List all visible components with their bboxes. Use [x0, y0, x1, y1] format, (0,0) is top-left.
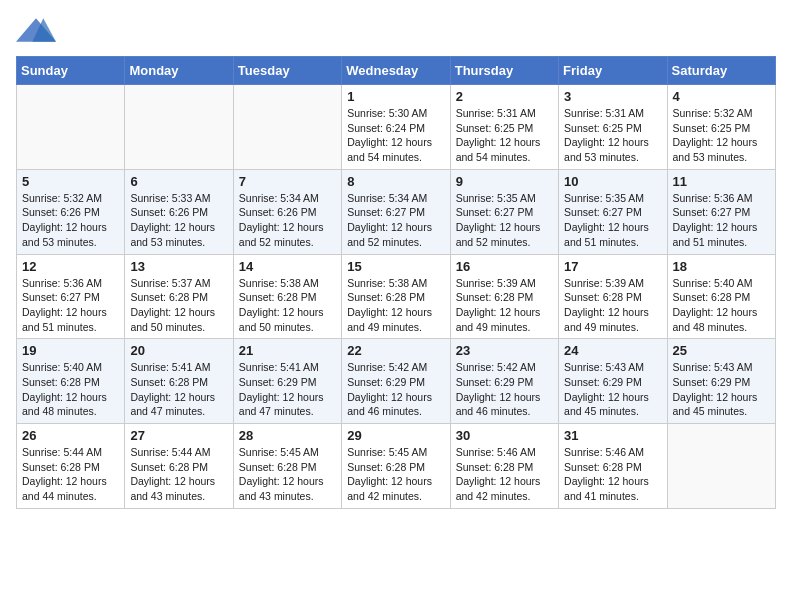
weekday-header: Wednesday: [342, 57, 450, 85]
day-number: 6: [130, 174, 227, 189]
day-number: 8: [347, 174, 444, 189]
cell-content: Sunrise: 5:34 AM Sunset: 6:27 PM Dayligh…: [347, 191, 444, 250]
cell-content: Sunrise: 5:38 AM Sunset: 6:28 PM Dayligh…: [347, 276, 444, 335]
weekday-header: Friday: [559, 57, 667, 85]
calendar-cell: [233, 85, 341, 170]
day-number: 31: [564, 428, 661, 443]
day-number: 5: [22, 174, 119, 189]
calendar-cell: 6Sunrise: 5:33 AM Sunset: 6:26 PM Daylig…: [125, 169, 233, 254]
calendar-cell: 27Sunrise: 5:44 AM Sunset: 6:28 PM Dayli…: [125, 424, 233, 509]
cell-content: Sunrise: 5:40 AM Sunset: 6:28 PM Dayligh…: [673, 276, 770, 335]
day-number: 9: [456, 174, 553, 189]
calendar-cell: 10Sunrise: 5:35 AM Sunset: 6:27 PM Dayli…: [559, 169, 667, 254]
cell-content: Sunrise: 5:31 AM Sunset: 6:25 PM Dayligh…: [456, 106, 553, 165]
day-number: 20: [130, 343, 227, 358]
cell-content: Sunrise: 5:32 AM Sunset: 6:26 PM Dayligh…: [22, 191, 119, 250]
calendar-cell: 28Sunrise: 5:45 AM Sunset: 6:28 PM Dayli…: [233, 424, 341, 509]
weekday-header: Tuesday: [233, 57, 341, 85]
cell-content: Sunrise: 5:35 AM Sunset: 6:27 PM Dayligh…: [564, 191, 661, 250]
day-number: 1: [347, 89, 444, 104]
calendar-cell: 29Sunrise: 5:45 AM Sunset: 6:28 PM Dayli…: [342, 424, 450, 509]
calendar-cell: 3Sunrise: 5:31 AM Sunset: 6:25 PM Daylig…: [559, 85, 667, 170]
cell-content: Sunrise: 5:42 AM Sunset: 6:29 PM Dayligh…: [347, 360, 444, 419]
day-number: 3: [564, 89, 661, 104]
cell-content: Sunrise: 5:36 AM Sunset: 6:27 PM Dayligh…: [22, 276, 119, 335]
cell-content: Sunrise: 5:41 AM Sunset: 6:28 PM Dayligh…: [130, 360, 227, 419]
calendar-cell: 2Sunrise: 5:31 AM Sunset: 6:25 PM Daylig…: [450, 85, 558, 170]
cell-content: Sunrise: 5:35 AM Sunset: 6:27 PM Dayligh…: [456, 191, 553, 250]
calendar-cell: 21Sunrise: 5:41 AM Sunset: 6:29 PM Dayli…: [233, 339, 341, 424]
calendar-cell: [17, 85, 125, 170]
calendar-cell: 14Sunrise: 5:38 AM Sunset: 6:28 PM Dayli…: [233, 254, 341, 339]
logo-icon: [16, 16, 56, 44]
calendar-cell: 8Sunrise: 5:34 AM Sunset: 6:27 PM Daylig…: [342, 169, 450, 254]
weekday-header: Thursday: [450, 57, 558, 85]
day-number: 4: [673, 89, 770, 104]
cell-content: Sunrise: 5:30 AM Sunset: 6:24 PM Dayligh…: [347, 106, 444, 165]
cell-content: Sunrise: 5:41 AM Sunset: 6:29 PM Dayligh…: [239, 360, 336, 419]
cell-content: Sunrise: 5:45 AM Sunset: 6:28 PM Dayligh…: [347, 445, 444, 504]
day-number: 24: [564, 343, 661, 358]
calendar-week-row: 26Sunrise: 5:44 AM Sunset: 6:28 PM Dayli…: [17, 424, 776, 509]
cell-content: Sunrise: 5:45 AM Sunset: 6:28 PM Dayligh…: [239, 445, 336, 504]
calendar-cell: 4Sunrise: 5:32 AM Sunset: 6:25 PM Daylig…: [667, 85, 775, 170]
calendar-week-row: 5Sunrise: 5:32 AM Sunset: 6:26 PM Daylig…: [17, 169, 776, 254]
cell-content: Sunrise: 5:34 AM Sunset: 6:26 PM Dayligh…: [239, 191, 336, 250]
calendar-cell: [125, 85, 233, 170]
cell-content: Sunrise: 5:38 AM Sunset: 6:28 PM Dayligh…: [239, 276, 336, 335]
day-number: 16: [456, 259, 553, 274]
weekday-header: Saturday: [667, 57, 775, 85]
weekday-header: Monday: [125, 57, 233, 85]
page-header: [16, 16, 776, 44]
cell-content: Sunrise: 5:37 AM Sunset: 6:28 PM Dayligh…: [130, 276, 227, 335]
calendar-header-row: SundayMondayTuesdayWednesdayThursdayFrid…: [17, 57, 776, 85]
day-number: 23: [456, 343, 553, 358]
cell-content: Sunrise: 5:44 AM Sunset: 6:28 PM Dayligh…: [22, 445, 119, 504]
calendar-cell: 20Sunrise: 5:41 AM Sunset: 6:28 PM Dayli…: [125, 339, 233, 424]
day-number: 29: [347, 428, 444, 443]
day-number: 19: [22, 343, 119, 358]
day-number: 14: [239, 259, 336, 274]
day-number: 13: [130, 259, 227, 274]
day-number: 30: [456, 428, 553, 443]
cell-content: Sunrise: 5:42 AM Sunset: 6:29 PM Dayligh…: [456, 360, 553, 419]
cell-content: Sunrise: 5:40 AM Sunset: 6:28 PM Dayligh…: [22, 360, 119, 419]
calendar-cell: 11Sunrise: 5:36 AM Sunset: 6:27 PM Dayli…: [667, 169, 775, 254]
calendar-cell: [667, 424, 775, 509]
calendar-cell: 16Sunrise: 5:39 AM Sunset: 6:28 PM Dayli…: [450, 254, 558, 339]
cell-content: Sunrise: 5:36 AM Sunset: 6:27 PM Dayligh…: [673, 191, 770, 250]
cell-content: Sunrise: 5:32 AM Sunset: 6:25 PM Dayligh…: [673, 106, 770, 165]
calendar-cell: 7Sunrise: 5:34 AM Sunset: 6:26 PM Daylig…: [233, 169, 341, 254]
day-number: 7: [239, 174, 336, 189]
logo: [16, 16, 60, 44]
cell-content: Sunrise: 5:31 AM Sunset: 6:25 PM Dayligh…: [564, 106, 661, 165]
calendar-cell: 12Sunrise: 5:36 AM Sunset: 6:27 PM Dayli…: [17, 254, 125, 339]
calendar-cell: 31Sunrise: 5:46 AM Sunset: 6:28 PM Dayli…: [559, 424, 667, 509]
day-number: 26: [22, 428, 119, 443]
calendar-week-row: 19Sunrise: 5:40 AM Sunset: 6:28 PM Dayli…: [17, 339, 776, 424]
calendar-cell: 24Sunrise: 5:43 AM Sunset: 6:29 PM Dayli…: [559, 339, 667, 424]
day-number: 2: [456, 89, 553, 104]
day-number: 28: [239, 428, 336, 443]
calendar-cell: 5Sunrise: 5:32 AM Sunset: 6:26 PM Daylig…: [17, 169, 125, 254]
weekday-header: Sunday: [17, 57, 125, 85]
day-number: 18: [673, 259, 770, 274]
cell-content: Sunrise: 5:39 AM Sunset: 6:28 PM Dayligh…: [564, 276, 661, 335]
cell-content: Sunrise: 5:43 AM Sunset: 6:29 PM Dayligh…: [564, 360, 661, 419]
cell-content: Sunrise: 5:33 AM Sunset: 6:26 PM Dayligh…: [130, 191, 227, 250]
calendar-cell: 15Sunrise: 5:38 AM Sunset: 6:28 PM Dayli…: [342, 254, 450, 339]
cell-content: Sunrise: 5:43 AM Sunset: 6:29 PM Dayligh…: [673, 360, 770, 419]
calendar-cell: 22Sunrise: 5:42 AM Sunset: 6:29 PM Dayli…: [342, 339, 450, 424]
calendar-cell: 19Sunrise: 5:40 AM Sunset: 6:28 PM Dayli…: [17, 339, 125, 424]
calendar-cell: 17Sunrise: 5:39 AM Sunset: 6:28 PM Dayli…: [559, 254, 667, 339]
day-number: 15: [347, 259, 444, 274]
day-number: 17: [564, 259, 661, 274]
calendar-cell: 30Sunrise: 5:46 AM Sunset: 6:28 PM Dayli…: [450, 424, 558, 509]
cell-content: Sunrise: 5:46 AM Sunset: 6:28 PM Dayligh…: [564, 445, 661, 504]
calendar-cell: 25Sunrise: 5:43 AM Sunset: 6:29 PM Dayli…: [667, 339, 775, 424]
day-number: 12: [22, 259, 119, 274]
day-number: 25: [673, 343, 770, 358]
day-number: 22: [347, 343, 444, 358]
calendar-cell: 13Sunrise: 5:37 AM Sunset: 6:28 PM Dayli…: [125, 254, 233, 339]
calendar-week-row: 12Sunrise: 5:36 AM Sunset: 6:27 PM Dayli…: [17, 254, 776, 339]
